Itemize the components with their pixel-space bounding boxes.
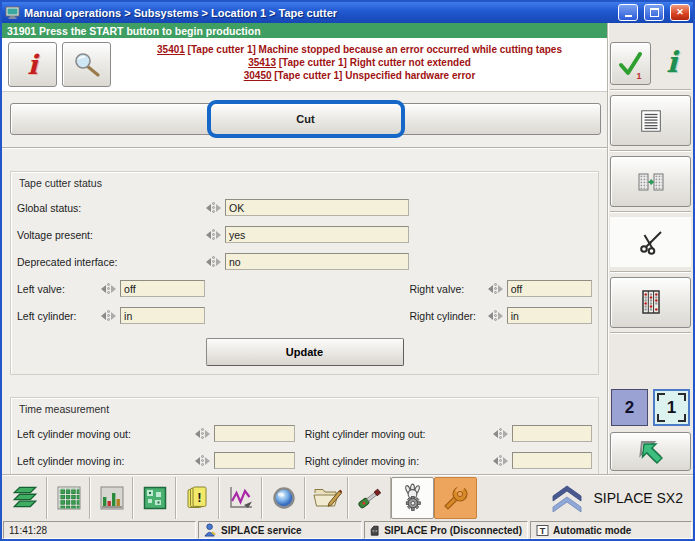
user-segment: SIPLACE service <box>198 521 362 539</box>
field-label: Right cylinder: <box>409 310 486 322</box>
group-title: Tape cutter status <box>17 175 592 194</box>
right-valve-field: off <box>507 280 592 297</box>
content-area: 31901 Press the START button to begin pr… <box>2 23 607 475</box>
error-code-link[interactable]: 35413 <box>248 57 276 68</box>
component-matrix-button[interactable] <box>610 277 691 328</box>
scissors-icon <box>637 228 665 256</box>
left-cylinder-in-field <box>214 452 294 469</box>
field-label: Left valve: <box>17 283 100 295</box>
connection-segment: SIPLACE Pro (Disconnected) <box>364 521 528 539</box>
divider <box>610 89 691 91</box>
right-cylinder-out-field <box>512 425 592 442</box>
wrench-icon <box>441 483 471 513</box>
transfer-grids-icon <box>637 169 665 195</box>
value-link-icon <box>205 254 222 270</box>
confirm-badge: 1 <box>636 71 641 81</box>
field-label: Voltage present: <box>17 229 205 241</box>
file-manager-button[interactable] <box>305 477 348 519</box>
trend-analysis-button[interactable] <box>219 477 262 519</box>
field-label: Global status: <box>17 202 205 214</box>
info-green-icon: i <box>666 48 677 77</box>
error-details-button[interactable] <box>62 42 111 87</box>
machine-name: SIPLACE SX2 <box>594 490 684 506</box>
error-info-button[interactable]: i <box>8 42 57 87</box>
hand-gear-icon <box>398 483 428 513</box>
board-icon <box>141 484 169 512</box>
error-line: 35401 [Tape cutter 1] Machine stopped be… <box>157 43 562 56</box>
error-text: [Tape cutter 1] Unspecified hardware err… <box>272 70 476 81</box>
tape-cutter-tab[interactable] <box>610 217 691 266</box>
minimize-button[interactable] <box>618 4 638 21</box>
camera-lens-icon <box>270 484 298 512</box>
group-title: Time measurement <box>17 401 592 420</box>
component-transfer-button[interactable] <box>610 156 691 207</box>
field-row: Deprecated interface: no <box>17 248 592 275</box>
error-code-link[interactable]: 30450 <box>244 70 272 81</box>
cut-button[interactable]: Cut <box>10 103 601 135</box>
adjust-tools-button[interactable] <box>348 477 391 519</box>
brand-area: SIPLACE SX2 <box>477 477 691 519</box>
connection-text: SIPLACE Pro (Disconnected) <box>384 525 522 536</box>
main-toolbar: ! <box>2 475 693 520</box>
close-button[interactable]: ✕ <box>670 4 690 21</box>
worklist-button[interactable] <box>610 95 691 146</box>
maximize-button[interactable] <box>644 4 664 21</box>
error-code-link[interactable]: 35401 <box>157 44 185 55</box>
field-label: Left cylinder moving out: <box>17 428 194 440</box>
confirm-button[interactable]: 1 <box>610 42 651 85</box>
cut-button-label: Cut <box>296 113 314 125</box>
corner-mark <box>678 393 686 401</box>
user-icon <box>204 523 217 537</box>
divider <box>610 332 691 334</box>
field-row: Left cylinder moving out: Right cylinder… <box>17 420 592 447</box>
magnifier-icon <box>72 51 102 79</box>
component-grid-icon <box>55 484 83 512</box>
feeders-button[interactable] <box>4 477 47 519</box>
info-icon: i <box>27 51 37 78</box>
value-link-icon <box>194 453 211 469</box>
app-window: Manual operations > Subsystems > Locatio… <box>0 0 695 541</box>
gantry-2-button[interactable]: 2 <box>611 389 648 426</box>
user-text: SIPLACE service <box>221 525 302 536</box>
app-icon <box>5 6 20 19</box>
value-link-icon <box>205 227 222 243</box>
voltage-present-field: yes <box>225 226 409 243</box>
minimize-icon <box>625 15 632 17</box>
field-label: Left cylinder moving in: <box>17 455 194 467</box>
folder-pen-icon <box>312 484 342 512</box>
value-link-icon <box>100 281 117 297</box>
focus-ring: Cut <box>207 100 405 138</box>
clock-segment: 11:41:28 <box>3 521 196 539</box>
error-log-button[interactable]: ! <box>176 477 219 519</box>
trend-chart-icon <box>227 484 255 512</box>
value-link-icon <box>492 453 509 469</box>
mode-text: Automatic mode <box>553 525 631 536</box>
value-link-icon <box>100 308 117 324</box>
help-info-button[interactable]: i <box>653 42 692 83</box>
back-button[interactable] <box>610 432 691 471</box>
feeder-stack-icon <box>10 484 40 512</box>
value-link-icon <box>205 200 222 216</box>
left-cylinder-field: in <box>120 307 205 324</box>
component-table-button[interactable] <box>47 477 90 519</box>
field-label: Right valve: <box>409 283 486 295</box>
separator <box>2 147 607 149</box>
service-setup-button[interactable] <box>434 477 477 519</box>
error-text: [Tape cutter 1] Machine stopped because … <box>185 44 562 55</box>
machine-icon <box>370 524 380 537</box>
vision-camera-button[interactable] <box>262 477 305 519</box>
manual-operations-button[interactable] <box>391 477 434 519</box>
field-row: Global status: OK <box>17 194 592 221</box>
update-button[interactable]: Update <box>206 338 404 366</box>
cut-row: Cut <box>2 92 607 135</box>
siplace-chevron-logo <box>549 483 585 513</box>
field-label: Left cylinder: <box>17 310 100 322</box>
value-link-icon <box>487 308 504 324</box>
field-row: Voltage present: yes <box>17 221 592 248</box>
error-panel: i 35401 [Tape cutter 1] Machine stopped … <box>2 38 607 92</box>
close-icon: ✕ <box>676 8 684 17</box>
gantry-1-button[interactable]: 1 <box>653 389 690 426</box>
statistics-button[interactable] <box>90 477 133 519</box>
board-view-button[interactable] <box>133 477 176 519</box>
field-row: Left cylinder: in Right cylinder: in <box>17 302 592 329</box>
